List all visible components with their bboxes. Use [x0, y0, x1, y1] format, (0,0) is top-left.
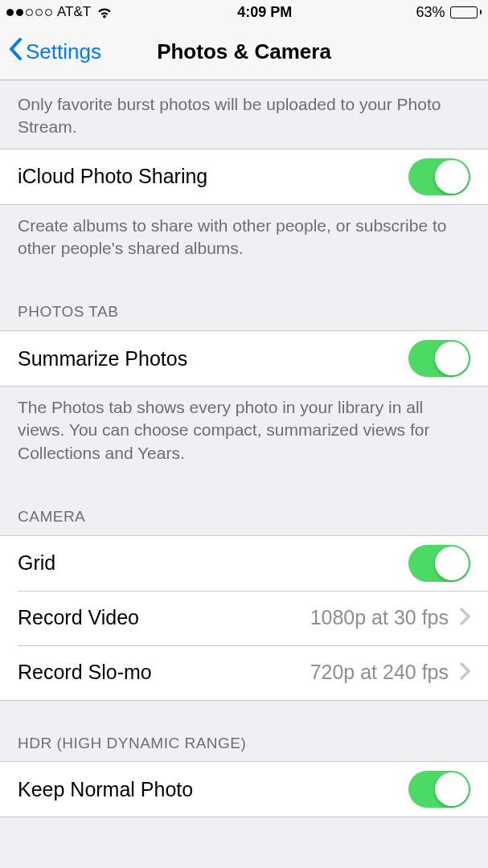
group-camera: Grid Record Video 1080p at 30 fps Record… — [0, 535, 488, 701]
signal-strength-icon — [6, 9, 52, 16]
back-button[interactable]: Settings — [8, 37, 101, 67]
cell-detail: 1080p at 30 fps — [310, 606, 449, 629]
row-icloud-photo-sharing[interactable]: iCloud Photo Sharing — [0, 149, 488, 204]
battery-percentage: 63% — [416, 4, 445, 21]
status-time: 4:09 PM — [237, 4, 292, 21]
row-record-video[interactable]: Record Video 1080p at 30 fps — [0, 591, 488, 645]
cell-label: Record Video — [18, 606, 139, 629]
back-label: Settings — [26, 39, 101, 64]
cell-label: Record Slo-mo — [18, 661, 152, 684]
header-camera: Camera — [0, 474, 488, 535]
wifi-icon — [96, 6, 113, 18]
header-hdr: HDR (High Dynamic Range) — [0, 701, 488, 762]
nav-bar: Settings Photos & Camera — [0, 24, 488, 80]
battery-icon — [450, 6, 482, 18]
group-icloud-sharing: iCloud Photo Sharing — [0, 149, 488, 205]
toggle-keep-normal-photo[interactable] — [408, 771, 470, 808]
content-scroll[interactable]: Only favorite burst photos will be uploa… — [0, 80, 488, 868]
cell-label: Summarize Photos — [18, 347, 187, 371]
group-hdr: Keep Normal Photo — [0, 761, 488, 817]
chevron-right-icon — [460, 662, 470, 683]
chevron-left-icon — [8, 37, 23, 67]
cell-detail: 720p at 240 fps — [310, 661, 449, 684]
footer-burst: Only favorite burst photos will be uploa… — [0, 80, 488, 149]
row-summarize-photos[interactable]: Summarize Photos — [0, 331, 488, 386]
row-record-slomo[interactable]: Record Slo-mo 720p at 240 fps — [0, 645, 488, 700]
status-left: AT&T — [6, 4, 113, 20]
cell-label: Grid — [18, 551, 55, 575]
cell-label: iCloud Photo Sharing — [18, 165, 207, 188]
toggle-icloud-photo-sharing[interactable] — [408, 158, 470, 195]
header-photos-tab: Photos Tab — [0, 269, 488, 330]
toggle-summarize-photos[interactable] — [408, 340, 470, 377]
chevron-right-icon — [460, 608, 470, 628]
status-bar: AT&T 4:09 PM 63% — [0, 0, 488, 24]
row-keep-normal-photo[interactable]: Keep Normal Photo — [0, 762, 488, 817]
carrier-label: AT&T — [57, 4, 91, 20]
toggle-grid[interactable] — [408, 545, 470, 582]
status-right: 63% — [416, 4, 482, 21]
row-grid[interactable]: Grid — [0, 536, 488, 591]
footer-icloud-sharing: Create albums to share with other people… — [0, 205, 488, 270]
footer-summarize: The Photos tab shows every photo in your… — [0, 387, 488, 474]
cell-label: Keep Normal Photo — [18, 778, 193, 801]
group-photos-tab: Summarize Photos — [0, 330, 488, 387]
